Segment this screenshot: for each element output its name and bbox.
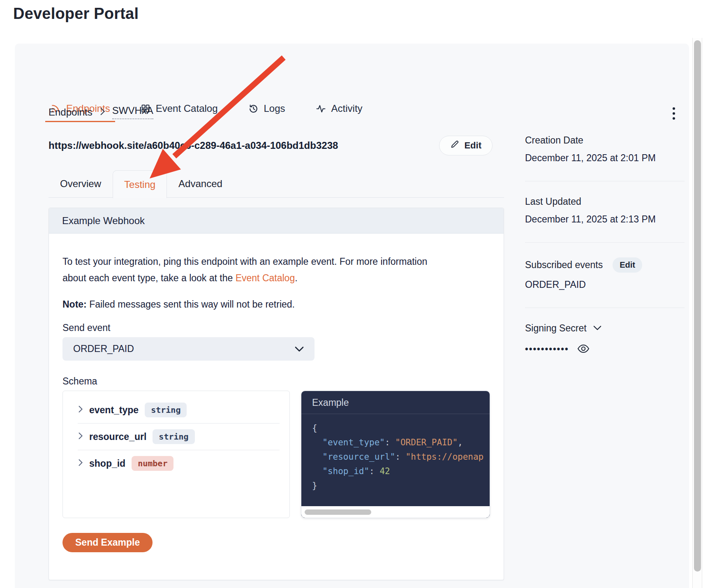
- divider: [525, 181, 685, 181]
- last-updated-label: Last Updated: [525, 196, 685, 207]
- chevron-down-icon: [295, 343, 304, 354]
- subscribed-events-label: Subscribed events: [525, 259, 603, 271]
- schema-row-resource-url[interactable]: resource_url string: [63, 424, 289, 450]
- tab-testing[interactable]: Testing: [113, 170, 167, 198]
- breadcrumb: Endpoints SWVHxA: [49, 105, 153, 119]
- vertical-scrollbar-thumb[interactable]: [694, 40, 701, 572]
- schema-panels: event_type string resource_url string: [62, 391, 490, 518]
- secret-mask: •••••••••••: [525, 344, 569, 354]
- chevron-right-icon: [78, 405, 83, 414]
- type-badge: number: [132, 456, 173, 471]
- tab-activity[interactable]: Activity: [311, 101, 368, 122]
- kebab-dot: [673, 112, 675, 115]
- page-title: Developer Portal: [13, 5, 139, 23]
- history-icon: [248, 104, 259, 114]
- activity-icon: [316, 104, 326, 114]
- subscribed-events-row: Subscribed events Edit: [525, 257, 685, 273]
- chevron-down-icon: [593, 325, 601, 332]
- code-sep: :: [395, 452, 405, 462]
- note-body: Failed messages sent this way will not b…: [87, 299, 295, 310]
- code-key: "shop_id": [312, 466, 369, 476]
- portal-container: Endpoints Event Catalog Logs: [15, 44, 689, 588]
- tab-label: Activity: [331, 103, 363, 114]
- schema-row-shop-id[interactable]: shop_id number: [63, 450, 289, 477]
- schema-label: Schema: [62, 376, 490, 387]
- tab-overview[interactable]: Overview: [49, 170, 113, 197]
- field-name: event_type: [89, 405, 139, 416]
- example-code-panel: Example { "event_type": "ORDER_PAID", "r…: [301, 391, 490, 518]
- schema-panel: event_type string resource_url string: [62, 391, 290, 518]
- code-close-brace: }: [312, 481, 317, 491]
- chevron-right-icon: [78, 432, 83, 441]
- send-example-button[interactable]: Send Example: [62, 533, 153, 552]
- code-key: "event_type": [312, 438, 385, 447]
- code-sep: :: [369, 466, 379, 476]
- tab-label: Logs: [264, 103, 285, 114]
- field-name: resource_url: [89, 431, 146, 442]
- card-description: To test your integration, ping this endp…: [62, 253, 441, 286]
- code-value: "ORDER_PAID": [395, 438, 458, 447]
- horizontal-scrollbar[interactable]: [301, 506, 490, 518]
- field-name: shop_id: [89, 458, 125, 469]
- divider: [525, 308, 685, 308]
- schema-row-event-type[interactable]: event_type string: [63, 397, 289, 423]
- signing-secret-toggle[interactable]: [593, 325, 601, 332]
- signing-secret-row: Signing Secret: [525, 323, 685, 334]
- edit-url-button[interactable]: Edit: [439, 136, 493, 155]
- note-text: Note: Failed messages sent this way will…: [62, 299, 490, 310]
- code-panel-title: Example: [301, 391, 490, 414]
- eye-icon: [577, 344, 590, 354]
- endpoint-subtabs: Overview Testing Advanced: [49, 170, 504, 198]
- divider: [525, 242, 685, 243]
- creation-date-value: December 11, 2025 at 2:01 PM: [525, 153, 685, 164]
- card-body: To test your integration, ping this endp…: [49, 234, 504, 552]
- endpoint-url-row: https://webhook.site/a60b40c6-c289-46a1-…: [49, 136, 504, 155]
- horizontal-scrollbar-thumb[interactable]: [305, 509, 371, 515]
- breadcrumb-endpoints[interactable]: Endpoints: [49, 106, 93, 118]
- code-open-brace: {: [312, 423, 317, 433]
- creation-date-label: Creation Date: [525, 135, 685, 146]
- description-end: .: [295, 273, 297, 283]
- send-event-select[interactable]: ORDER_PAID: [62, 337, 315, 361]
- reveal-secret-button[interactable]: [577, 344, 590, 354]
- breadcrumb-current[interactable]: SWVHxA: [112, 105, 153, 119]
- code-value: "https://openap: [406, 452, 484, 462]
- secret-row: •••••••••••: [525, 344, 685, 354]
- kebab-dot: [673, 107, 675, 110]
- note-label: Note:: [62, 299, 87, 310]
- details-sidebar: Creation Date December 11, 2025 at 2:01 …: [525, 135, 685, 354]
- tab-advanced[interactable]: Advanced: [167, 170, 234, 197]
- vertical-scrollbar[interactable]: [692, 38, 702, 588]
- last-updated-value: December 11, 2025 at 2:13 PM: [525, 214, 685, 225]
- tab-logs[interactable]: Logs: [243, 101, 290, 122]
- type-badge: string: [153, 429, 194, 444]
- code-key: "resource_url": [312, 452, 395, 462]
- endpoint-url: https://webhook.site/a60b40c6-c289-46a1-…: [49, 140, 338, 151]
- signing-secret-label: Signing Secret: [525, 323, 587, 334]
- kebab-menu-button[interactable]: [668, 105, 680, 122]
- card-header: Example Webhook: [49, 208, 504, 234]
- page: Developer Portal Endpoints Ev: [0, 0, 717, 588]
- chevron-right-icon: [99, 106, 106, 118]
- pencil-icon: [450, 140, 459, 151]
- code-body: { "event_type": "ORDER_PAID", "resource_…: [301, 414, 490, 506]
- code-comma: ,: [458, 438, 463, 447]
- edit-subscribed-events-button[interactable]: Edit: [613, 257, 642, 273]
- send-event-label: Send event: [62, 322, 490, 333]
- selected-event: ORDER_PAID: [73, 343, 295, 354]
- kebab-dot: [673, 117, 675, 120]
- code-value: 42: [379, 466, 390, 476]
- code-sep: :: [385, 438, 395, 447]
- subscribed-event-item: ORDER_PAID: [525, 279, 685, 290]
- edit-button-label: Edit: [464, 140, 481, 151]
- example-webhook-card: Example Webhook To test your integration…: [49, 208, 504, 580]
- tab-label: Event Catalog: [156, 103, 218, 114]
- type-badge: string: [145, 403, 187, 417]
- chevron-right-icon: [78, 459, 83, 468]
- event-catalog-link[interactable]: Event Catalog: [236, 273, 295, 283]
